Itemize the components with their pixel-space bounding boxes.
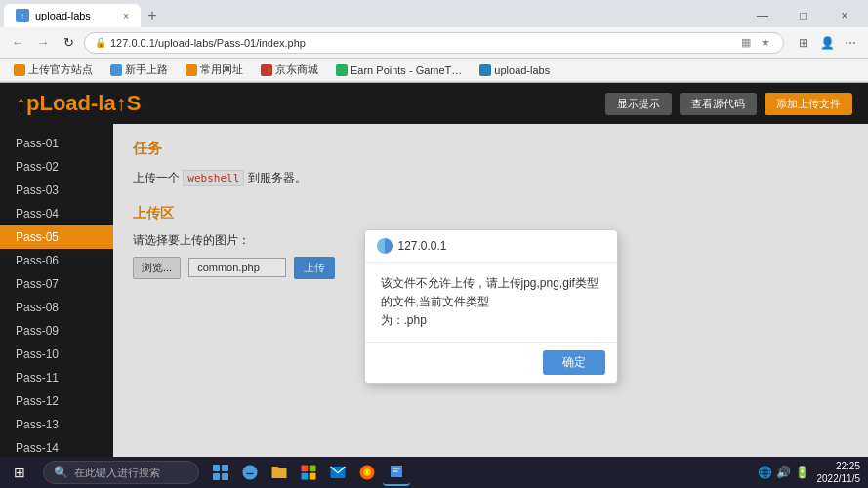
window-controls: — □ × — [743, 2, 864, 29]
svg-rect-0 — [213, 465, 220, 471]
dialog-box: 127.0.0.1 该文件不允许上传，请上传jpg,png,gif类型的文件,当… — [364, 229, 618, 385]
store-icon — [300, 464, 317, 481]
dialog-message-line2: 为：.php — [381, 313, 427, 327]
tab-bar: ↑ upload-labs × + — □ × — [0, 0, 868, 27]
profile-icon[interactable]: 👤 — [817, 33, 837, 53]
explorer-icon — [270, 464, 288, 481]
bookmark-5[interactable]: upload-labs — [474, 62, 556, 78]
tab-favicon: ↑ — [16, 9, 29, 22]
dialog-globe-icon — [377, 238, 393, 254]
dialog-overlay: 127.0.0.1 该文件不允许上传，请上传jpg,png,gif类型的文件,当… — [113, 124, 868, 488]
edge-icon — [241, 464, 259, 481]
bookmark-label-1: 新手上路 — [125, 62, 168, 77]
taskbar-app-store[interactable] — [295, 459, 322, 486]
sidebar-item-pass05[interactable]: Pass-05 — [0, 225, 113, 249]
menu-icon[interactable]: ⋯ — [841, 33, 860, 53]
sidebar-item-pass01[interactable]: Pass-01 — [0, 132, 113, 155]
sidebar: Pass-01 Pass-02 Pass-03 Pass-04 Pass-05 … — [0, 124, 113, 488]
dialog-body: 该文件不允许上传，请上传jpg,png,gif类型的文件,当前文件类型 为：.p… — [365, 263, 617, 343]
bookmark-icon-5 — [479, 64, 491, 76]
site-nav-buttons: 显示提示 查看源代码 添加上传文件 — [605, 93, 852, 115]
sidebar-item-pass06[interactable]: Pass-06 — [0, 249, 113, 272]
browser-toolbar-right: ⊞ 👤 ⋯ — [794, 33, 860, 53]
site-logo: ↑pLoad-la↑S — [16, 91, 141, 116]
svg-rect-4 — [302, 466, 309, 472]
maximize-btn[interactable]: □ — [784, 2, 823, 29]
qr-icon[interactable]: ▦ — [738, 35, 754, 51]
dialog-footer: 确定 — [365, 342, 617, 383]
svg-rect-7 — [310, 473, 316, 480]
bookmark-label-2: 常用网址 — [200, 62, 243, 77]
address-bar[interactable]: 🔒 127.0.0.1/upload-labs/Pass-01/index.ph… — [84, 32, 784, 54]
bookmark-2[interactable]: 常用网址 — [180, 61, 249, 79]
bookmark-label-5: upload-labs — [494, 64, 550, 76]
sidebar-item-pass07[interactable]: Pass-07 — [0, 272, 113, 296]
start-menu-btn[interactable]: ⊞ — [0, 457, 39, 488]
taskbar-clock[interactable]: 22:25 2022/11/5 — [817, 460, 861, 485]
refresh-btn[interactable]: ↻ — [59, 33, 78, 53]
taskbar: ⊞ 🔍 在此键入进行搜索 — [0, 457, 868, 488]
svg-rect-1 — [222, 465, 228, 471]
taskbar-app-edge[interactable] — [236, 459, 264, 486]
sidebar-item-pass03[interactable]: Pass-03 — [0, 179, 113, 202]
svg-rect-2 — [213, 473, 220, 480]
sidebar-item-pass08[interactable]: Pass-08 — [0, 296, 113, 319]
bookmark-icon-1 — [110, 64, 122, 76]
sidebar-item-pass11[interactable]: Pass-11 — [0, 366, 113, 389]
taskbar-search-box[interactable]: 🔍 在此键入进行搜索 — [43, 461, 199, 484]
active-tab[interactable]: ↑ upload-labs × — [4, 4, 141, 27]
mail-icon — [329, 464, 347, 481]
sidebar-item-pass12[interactable]: Pass-12 — [0, 389, 113, 413]
extensions-icon[interactable]: ⊞ — [794, 33, 813, 53]
bookmark-label-0: 上传官方站点 — [28, 62, 93, 77]
page-content: ↑pLoad-la↑S 显示提示 查看源代码 添加上传文件 Pass-01 Pa… — [0, 83, 868, 488]
minimize-btn[interactable]: — — [743, 2, 782, 29]
taskbar-app-explorer[interactable] — [266, 459, 293, 486]
address-lock-icon: 🔒 — [95, 37, 106, 48]
new-tab-btn[interactable]: + — [141, 4, 164, 27]
bookmark-label-3: 京东商城 — [275, 62, 318, 77]
taskbar-app-browser[interactable] — [353, 459, 381, 486]
svg-point-10 — [363, 468, 371, 476]
tab-label: upload-labs — [35, 10, 91, 21]
browser-chrome: ↑ upload-labs × + — □ × ← → ↻ 🔒 127.0.0.… — [0, 0, 868, 83]
address-icons: ▦ ★ — [738, 35, 773, 51]
sidebar-item-pass04[interactable]: Pass-04 — [0, 202, 113, 225]
back-btn[interactable]: ← — [8, 33, 27, 53]
forward-btn[interactable]: → — [33, 33, 53, 53]
taskbar-app-taskview[interactable] — [207, 459, 234, 486]
svg-rect-6 — [302, 473, 309, 480]
dialog-ok-btn[interactable]: 确定 — [543, 350, 605, 375]
site-header: ↑pLoad-la↑S 显示提示 查看源代码 添加上传文件 — [0, 83, 868, 124]
bookmark-label-4: Earn Points - GameT… — [351, 64, 462, 76]
browser-nav-bar: ← → ↻ 🔒 127.0.0.1/upload-labs/Pass-01/in… — [0, 27, 868, 59]
close-btn[interactable]: × — [825, 2, 864, 29]
svg-rect-3 — [222, 473, 228, 480]
bookmark-4[interactable]: Earn Points - GameT… — [330, 62, 468, 78]
battery-icon[interactable]: 🔋 — [795, 466, 809, 479]
taskbar-app-active[interactable] — [383, 459, 410, 486]
show-hint-btn[interactable]: 显示提示 — [605, 93, 672, 115]
network-icon[interactable]: 🌐 — [758, 466, 772, 479]
taskbar-right: 🌐 🔊 🔋 22:25 2022/11/5 — [758, 460, 869, 485]
sidebar-item-pass10[interactable]: Pass-10 — [0, 343, 113, 366]
bookmark-icon-3 — [261, 64, 272, 76]
main-content-area: 任务 上传一个 webshell 到服务器。 上传区 请选择要上传的图片： 浏览… — [113, 124, 868, 488]
taskbar-app-mail[interactable] — [324, 459, 351, 486]
sidebar-item-pass09[interactable]: Pass-09 — [0, 319, 113, 343]
view-source-btn[interactable]: 查看源代码 — [680, 93, 757, 115]
sidebar-item-pass02[interactable]: Pass-02 — [0, 155, 113, 179]
volume-icon[interactable]: 🔊 — [776, 466, 791, 479]
tab-close-btn[interactable]: × — [123, 11, 129, 21]
bookmark-1[interactable]: 新手上路 — [104, 61, 174, 79]
search-icon: 🔍 — [54, 466, 68, 479]
sidebar-item-pass13[interactable]: Pass-13 — [0, 413, 113, 436]
bookmark-icon-2 — [186, 64, 197, 76]
bookmark-icon-0 — [14, 64, 25, 76]
dialog-title: 127.0.0.1 — [398, 239, 447, 253]
clock-time: 22:25 — [817, 460, 861, 472]
star-icon[interactable]: ★ — [758, 35, 773, 51]
add-upload-btn[interactable]: 添加上传文件 — [765, 93, 852, 115]
bookmark-3[interactable]: 京东商城 — [255, 61, 324, 79]
bookmark-0[interactable]: 上传官方站点 — [8, 61, 99, 79]
